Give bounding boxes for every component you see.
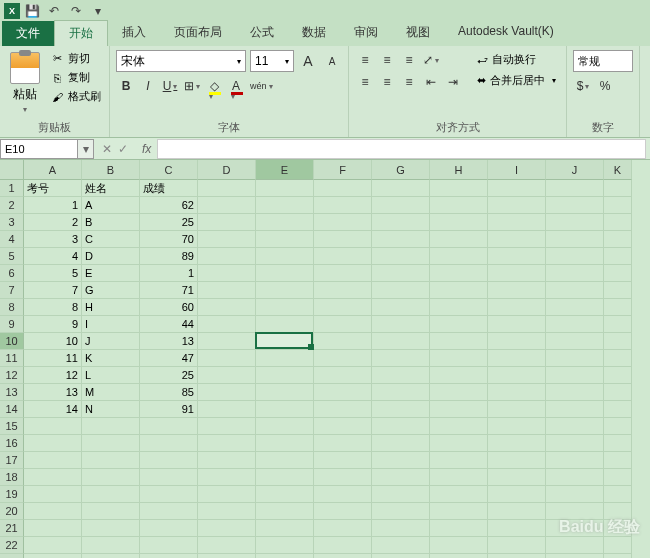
cell-G8[interactable] [372,299,430,316]
cell-D21[interactable] [198,520,256,537]
cell-B10[interactable]: J [82,333,140,350]
cell-H3[interactable] [430,214,488,231]
cell-H6[interactable] [430,265,488,282]
orientation-button[interactable]: ⤢ [421,50,441,70]
cell-D10[interactable] [198,333,256,350]
cell-E18[interactable] [256,469,314,486]
align-bottom-button[interactable]: ≡ [399,50,419,70]
cell-F8[interactable] [314,299,372,316]
cell-G14[interactable] [372,401,430,418]
cell-E20[interactable] [256,503,314,520]
cell-E1[interactable] [256,180,314,197]
row-header-1[interactable]: 1 [0,180,24,197]
row-header-17[interactable]: 17 [0,452,24,469]
cell-H23[interactable] [430,554,488,558]
cell-G22[interactable] [372,537,430,554]
row-header-18[interactable]: 18 [0,469,24,486]
formula-bar[interactable] [157,139,646,159]
cell-K20[interactable] [604,503,632,520]
cell-F16[interactable] [314,435,372,452]
cell-A5[interactable]: 4 [24,248,82,265]
cell-B8[interactable]: H [82,299,140,316]
cell-K10[interactable] [604,333,632,350]
cell-D23[interactable] [198,554,256,558]
cell-I1[interactable] [488,180,546,197]
cell-K21[interactable] [604,520,632,537]
cell-D16[interactable] [198,435,256,452]
cell-K12[interactable] [604,367,632,384]
cell-A2[interactable]: 1 [24,197,82,214]
cell-K2[interactable] [604,197,632,214]
cell-I15[interactable] [488,418,546,435]
cell-G5[interactable] [372,248,430,265]
cell-K13[interactable] [604,384,632,401]
save-button[interactable]: 💾 [22,2,42,20]
cell-D7[interactable] [198,282,256,299]
cell-C5[interactable]: 89 [140,248,198,265]
cell-D20[interactable] [198,503,256,520]
select-all-corner[interactable] [0,160,24,180]
cell-B22[interactable] [82,537,140,554]
cell-A20[interactable] [24,503,82,520]
cell-B23[interactable] [82,554,140,558]
cell-I18[interactable] [488,469,546,486]
cell-K14[interactable] [604,401,632,418]
cell-A8[interactable]: 8 [24,299,82,316]
italic-button[interactable]: I [138,76,158,96]
cell-A10[interactable]: 10 [24,333,82,350]
cell-G20[interactable] [372,503,430,520]
tab-插入[interactable]: 插入 [108,20,160,46]
cell-H4[interactable] [430,231,488,248]
cell-G13[interactable] [372,384,430,401]
cell-A15[interactable] [24,418,82,435]
cell-J23[interactable] [546,554,604,558]
col-header-G[interactable]: G [372,160,430,180]
cell-E12[interactable] [256,367,314,384]
cell-A12[interactable]: 12 [24,367,82,384]
cell-I2[interactable] [488,197,546,214]
cell-H14[interactable] [430,401,488,418]
cell-E11[interactable] [256,350,314,367]
row-header-20[interactable]: 20 [0,503,24,520]
cell-E17[interactable] [256,452,314,469]
cell-B7[interactable]: G [82,282,140,299]
cell-D1[interactable] [198,180,256,197]
cell-K1[interactable] [604,180,632,197]
cell-B20[interactable] [82,503,140,520]
grow-font-button[interactable]: A [298,51,318,71]
cell-H2[interactable] [430,197,488,214]
cell-K23[interactable] [604,554,632,558]
col-header-I[interactable]: I [488,160,546,180]
cell-B5[interactable]: D [82,248,140,265]
cell-J11[interactable] [546,350,604,367]
tab-file[interactable]: 文件 [2,21,54,46]
col-header-E[interactable]: E [256,160,314,180]
cell-A17[interactable] [24,452,82,469]
cell-G11[interactable] [372,350,430,367]
cell-E21[interactable] [256,520,314,537]
cell-I20[interactable] [488,503,546,520]
col-header-F[interactable]: F [314,160,372,180]
cell-C11[interactable]: 47 [140,350,198,367]
cell-G23[interactable] [372,554,430,558]
col-header-C[interactable]: C [140,160,198,180]
cell-H19[interactable] [430,486,488,503]
cell-K7[interactable] [604,282,632,299]
cell-K8[interactable] [604,299,632,316]
cell-K6[interactable] [604,265,632,282]
cell-H9[interactable] [430,316,488,333]
col-header-K[interactable]: K [604,160,632,180]
cell-E22[interactable] [256,537,314,554]
row-header-9[interactable]: 9 [0,316,24,333]
cell-I10[interactable] [488,333,546,350]
cell-B21[interactable] [82,520,140,537]
font-name-select[interactable]: 宋体▾ [116,50,246,72]
cell-K11[interactable] [604,350,632,367]
cell-C15[interactable] [140,418,198,435]
tab-开始[interactable]: 开始 [54,20,108,46]
cell-K17[interactable] [604,452,632,469]
wrap-text-button[interactable]: ⮐自动换行 [473,50,560,69]
cell-B17[interactable] [82,452,140,469]
cell-I22[interactable] [488,537,546,554]
align-right-button[interactable]: ≡ [399,72,419,92]
